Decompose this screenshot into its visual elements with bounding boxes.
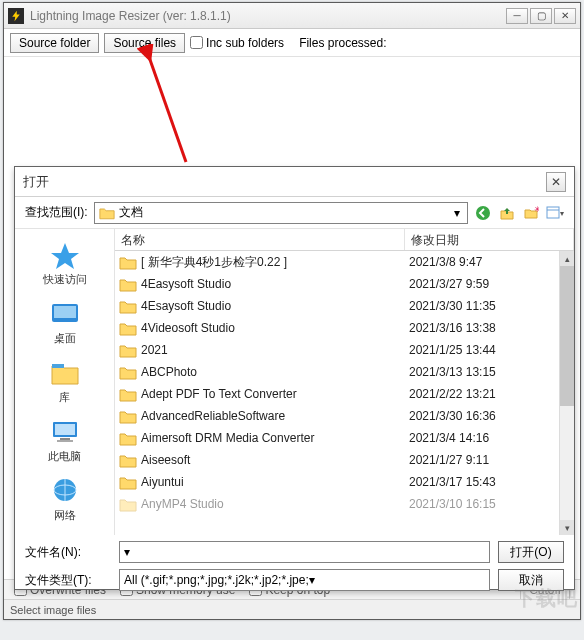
- file-row[interactable]: Adept PDF To Text Converter2021/2/22 13:…: [115, 383, 574, 405]
- file-name: AnyMP4 Studio: [141, 497, 409, 511]
- open-dialog: 打开 ✕ 查找范围(I): 文档 ▾ ✳ ▾ 快速访问: [14, 166, 575, 590]
- new-folder-icon[interactable]: ✳: [522, 204, 540, 222]
- status-text: Select image files: [10, 604, 96, 616]
- source-folder-button[interactable]: Source folder: [10, 33, 99, 53]
- dialog-inputs: 文件名(N): ▾ 打开(O) 文件类型(T): All (*.gif;*.pn…: [15, 535, 574, 603]
- file-row[interactable]: 4Easysoft Studio2021/3/27 9:59: [115, 273, 574, 295]
- inc-sub-folders-checkbox[interactable]: Inc sub folders: [190, 36, 284, 50]
- cancel-button[interactable]: 取消: [498, 569, 564, 591]
- place-this-pc[interactable]: 此电脑: [15, 414, 114, 467]
- file-row[interactable]: AnyMP4 Studio2021/3/10 16:15: [115, 493, 574, 515]
- vertical-scrollbar[interactable]: ▴ ▾: [559, 251, 574, 535]
- file-date: 2021/3/10 16:15: [409, 497, 574, 511]
- file-date: 2021/3/30 11:35: [409, 299, 574, 313]
- look-in-value: 文档: [119, 204, 143, 221]
- svg-marker-0: [12, 10, 20, 21]
- file-date: 2021/3/30 16:36: [409, 409, 574, 423]
- inc-sub-folders-input[interactable]: [190, 36, 203, 49]
- file-row[interactable]: 4Videosoft Studio2021/3/16 13:38: [115, 317, 574, 339]
- scroll-up-icon[interactable]: ▴: [560, 251, 574, 266]
- source-files-button[interactable]: Source files: [104, 33, 185, 53]
- places-bar: 快速访问 桌面 库 此电脑 网络: [15, 229, 115, 535]
- file-date: 2021/3/27 9:59: [409, 277, 574, 291]
- back-icon[interactable]: [474, 204, 492, 222]
- file-name: Aiseesoft: [141, 453, 409, 467]
- file-row[interactable]: Aimersoft DRM Media Converter2021/3/4 14…: [115, 427, 574, 449]
- place-libraries[interactable]: 库: [15, 355, 114, 408]
- dialog-close-button[interactable]: ✕: [546, 172, 566, 192]
- look-in-combo[interactable]: 文档 ▾: [94, 202, 468, 224]
- file-name: Adept PDF To Text Converter: [141, 387, 409, 401]
- nav-icons: ✳ ▾: [474, 204, 564, 222]
- file-row[interactable]: ABCPhoto2021/3/13 13:15: [115, 361, 574, 383]
- file-date: 2021/2/22 13:21: [409, 387, 574, 401]
- file-name: ABCPhoto: [141, 365, 409, 379]
- folder-icon: [119, 255, 137, 270]
- file-date: 2021/3/13 13:15: [409, 365, 574, 379]
- chevron-down-icon[interactable]: ▾: [449, 205, 465, 221]
- filename-label: 文件名(N):: [25, 544, 111, 561]
- maximize-button[interactable]: ▢: [530, 8, 552, 24]
- file-name: Aiyuntui: [141, 475, 409, 489]
- place-network[interactable]: 网络: [15, 473, 114, 526]
- main-toolbar: Source folder Source files Inc sub folde…: [4, 29, 580, 57]
- folder-icon: [119, 277, 137, 292]
- file-name: Aimersoft DRM Media Converter: [141, 431, 409, 445]
- scroll-thumb[interactable]: [560, 266, 574, 406]
- minimize-button[interactable]: ─: [506, 8, 528, 24]
- close-button[interactable]: ✕: [554, 8, 576, 24]
- chevron-down-icon[interactable]: ▾: [309, 573, 315, 587]
- file-date: 2021/1/25 13:44: [409, 343, 574, 357]
- files-processed-label: Files processed:: [299, 36, 386, 50]
- folder-icon: [119, 453, 137, 468]
- filetype-combo[interactable]: All (*.gif;*.png;*.jpg;*.j2k;*.jp2;*.jpe…: [119, 569, 490, 591]
- file-list-rows: [ 新华字典4秒1步检字0.22 ]2021/3/8 9:474Easysoft…: [115, 251, 574, 519]
- folder-icon: [119, 431, 137, 446]
- file-row[interactable]: 4Esaysoft Studio2021/3/30 11:35: [115, 295, 574, 317]
- col-header-date[interactable]: 修改日期: [405, 229, 574, 250]
- file-name: 2021: [141, 343, 409, 357]
- svg-text:✳: ✳: [534, 205, 539, 214]
- col-header-name[interactable]: 名称: [115, 229, 405, 250]
- file-name: 4Videosoft Studio: [141, 321, 409, 335]
- filename-combo[interactable]: ▾: [119, 541, 490, 563]
- view-menu-icon[interactable]: ▾: [546, 204, 564, 222]
- file-date: 2021/1/27 9:11: [409, 453, 574, 467]
- file-row[interactable]: [ 新华字典4秒1步检字0.22 ]2021/3/8 9:47: [115, 251, 574, 273]
- look-in-label: 查找范围(I):: [25, 204, 88, 221]
- file-name: 4Esaysoft Studio: [141, 299, 409, 313]
- file-row[interactable]: Aiseesoft2021/1/27 9:11: [115, 449, 574, 471]
- dialog-titlebar: 打开 ✕: [15, 167, 574, 197]
- file-date: 2021/3/17 15:43: [409, 475, 574, 489]
- file-row[interactable]: 20212021/1/25 13:44: [115, 339, 574, 361]
- svg-rect-12: [55, 424, 75, 435]
- svg-marker-7: [51, 243, 79, 269]
- folder-icon: [119, 365, 137, 380]
- scroll-down-icon[interactable]: ▾: [560, 520, 574, 535]
- file-date: 2021/3/4 14:16: [409, 431, 574, 445]
- svg-rect-13: [60, 438, 70, 440]
- svg-rect-10: [52, 364, 64, 368]
- place-quick-access[interactable]: 快速访问: [15, 237, 114, 290]
- file-name: AdvancedReliableSoftware: [141, 409, 409, 423]
- file-list: 名称 修改日期 [ 新华字典4秒1步检字0.22 ]2021/3/8 9:474…: [115, 229, 574, 535]
- filetype-value: All (*.gif;*.png;*.jpg;*.j2k;*.jp2;*.jpe…: [124, 573, 309, 587]
- up-one-level-icon[interactable]: [498, 204, 516, 222]
- svg-rect-9: [54, 306, 76, 318]
- place-desktop[interactable]: 桌面: [15, 296, 114, 349]
- file-date: 2021/3/8 9:47: [409, 255, 574, 269]
- filetype-label: 文件类型(T):: [25, 572, 111, 589]
- svg-text:▾: ▾: [560, 209, 564, 218]
- svg-point-2: [476, 206, 490, 220]
- file-row[interactable]: Aiyuntui2021/3/17 15:43: [115, 471, 574, 493]
- open-button[interactable]: 打开(O): [498, 541, 564, 563]
- file-name: 4Easysoft Studio: [141, 277, 409, 291]
- svg-rect-14: [57, 440, 73, 442]
- app-icon: [8, 8, 24, 24]
- folder-icon: [119, 497, 137, 512]
- file-row[interactable]: AdvancedReliableSoftware2021/3/30 16:36: [115, 405, 574, 427]
- chevron-down-icon[interactable]: ▾: [124, 545, 130, 559]
- folder-icon: [119, 343, 137, 358]
- folder-icon: [119, 387, 137, 402]
- inc-sub-folders-label: Inc sub folders: [206, 36, 284, 50]
